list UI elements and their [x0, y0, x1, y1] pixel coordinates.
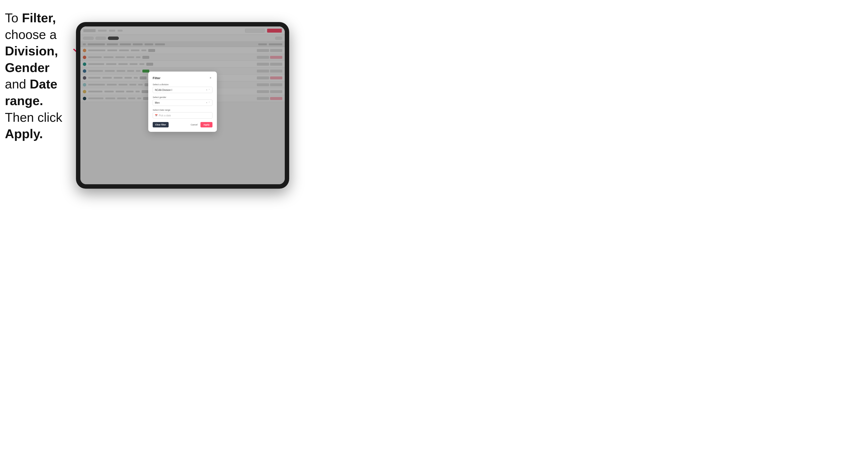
gender-value: Men [155, 101, 159, 104]
gender-label: Select gender [153, 96, 213, 98]
gender-select[interactable]: Men × ⌃ [153, 99, 213, 106]
division-clear-icon[interactable]: × [206, 89, 207, 91]
date-placeholder: Pick a date [159, 114, 171, 117]
gender-form-group: Select gender Men × ⌃ [153, 96, 213, 106]
calendar-icon: 📅 [155, 114, 158, 117]
footer-right-buttons: Cancel Apply [188, 122, 213, 127]
division-form-group: Select a division NCAA Division I × ⌃ [153, 83, 213, 93]
instruction-bold2: Division, Gender [5, 44, 58, 75]
gender-chevron-icon: ⌃ [208, 101, 210, 104]
division-controls: × ⌃ [206, 89, 210, 91]
clear-filter-button[interactable]: Clear filter [153, 122, 168, 127]
modal-header: Filter × [153, 76, 213, 80]
cancel-button[interactable]: Cancel [188, 122, 200, 127]
gender-controls: × ⌃ [206, 101, 210, 104]
modal-overlay: Filter × Select a division NCAA Division… [81, 27, 285, 184]
date-input[interactable]: 📅 Pick a date [153, 112, 213, 119]
filter-modal: Filter × Select a division NCAA Division… [148, 71, 217, 132]
modal-title: Filter [153, 76, 160, 80]
modal-footer: Clear filter Cancel Apply [153, 122, 213, 127]
date-form-group: Select Date range 📅 Pick a date [153, 109, 213, 119]
tablet-screen: Filter × Select a division NCAA Division… [81, 27, 285, 184]
instruction-block: To Filter, choose a Division, Gender and… [5, 10, 79, 142]
instruction-line4: Then click Apply. [5, 110, 62, 141]
gender-clear-icon[interactable]: × [206, 101, 207, 104]
division-value: NCAA Division I [155, 89, 172, 91]
apply-button[interactable]: Apply [200, 122, 213, 127]
modal-close-button[interactable]: × [209, 76, 213, 80]
division-select[interactable]: NCAA Division I × ⌃ [153, 87, 213, 93]
date-label: Select Date range [153, 109, 213, 111]
tablet-frame: Filter × Select a division NCAA Division… [76, 22, 289, 189]
division-label: Select a division [153, 83, 213, 86]
division-chevron-icon: ⌃ [208, 89, 210, 91]
instruction-line1: To Filter, choose a [5, 11, 57, 42]
instruction-line3: and Date range. [5, 77, 57, 108]
